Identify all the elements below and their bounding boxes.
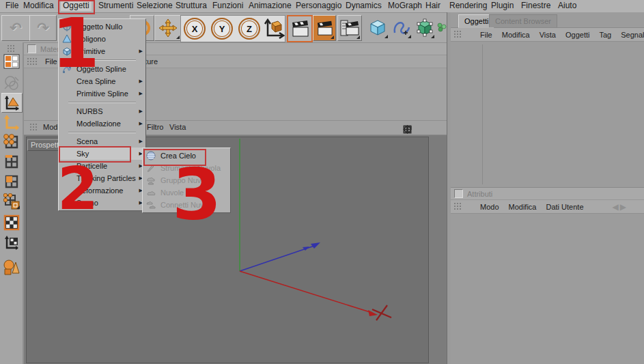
menu-funzioni[interactable]: Funzioni	[210, 1, 245, 11]
menu-item-deformazione[interactable]: Deformazione	[59, 184, 145, 197]
add-cube-button[interactable]	[366, 15, 389, 40]
cube-primitive-icon	[367, 17, 388, 38]
menu-item-sky[interactable]: Sky	[59, 148, 145, 160]
menu-selezione[interactable]: Selezione	[135, 1, 175, 11]
menu-strumenti[interactable]: Strumenti	[96, 1, 135, 11]
object-manager-column-divider	[482, 44, 483, 184]
render-settings-icon	[340, 19, 359, 37]
menu-item-crea-spline[interactable]: Crea Spline	[59, 75, 145, 87]
model-mode-button[interactable]	[1, 93, 23, 113]
submenu-item-crea-cielo[interactable]: Crea Cielo	[143, 150, 230, 162]
menu-item-primitive[interactable]: Primitive	[59, 45, 145, 57]
add-spline-button[interactable]	[391, 15, 412, 40]
submenu-item-strumento-nuvola[interactable]: Strumento Nuvola	[143, 162, 230, 174]
make-editable-button[interactable]	[414, 15, 436, 40]
menu-rendering[interactable]: Rendering	[447, 1, 489, 11]
polygon-mode-button[interactable]	[1, 172, 21, 191]
model-mode-icon	[4, 95, 20, 111]
edge-mode-button[interactable]	[1, 152, 21, 171]
layout-grid-icon	[3, 54, 20, 69]
menu-plugin[interactable]: Plugin	[489, 1, 516, 11]
menu-separator	[59, 57, 145, 63]
world-coordinates-button[interactable]	[1, 74, 21, 92]
tab-content-browser[interactable]: Content Browser	[489, 14, 557, 27]
axis-x-button[interactable]: X	[184, 18, 206, 40]
submenu-item-nuvole[interactable]: Nuvole	[143, 186, 230, 199]
materials-menu-file[interactable]: File	[44, 57, 59, 66]
menu-item-particelle[interactable]: Particelle	[59, 160, 145, 172]
render-settings-button[interactable]	[337, 15, 362, 41]
om-menu-segnali[interactable]: Segnali	[621, 31, 644, 39]
layout-button[interactable]	[1, 52, 21, 70]
attr-menu-modo[interactable]: Modo	[480, 203, 499, 211]
menu-item-modellazione[interactable]: Modellazione	[59, 117, 145, 130]
menu-finestre[interactable]: Finestre	[519, 1, 552, 11]
cloud-icon	[146, 188, 156, 197]
uv-mode-button[interactable]	[1, 192, 21, 210]
object-manager-list[interactable]	[451, 42, 644, 188]
menu-item-primitive-spline[interactable]: Primitive Spline	[59, 87, 145, 100]
submenu-item-connetti-nuvole[interactable]: Connetti Nuvole	[143, 199, 230, 211]
menu-animazione[interactable]: Animazione	[247, 1, 294, 11]
modeling-objects-button[interactable]	[437, 15, 447, 40]
menu-hair[interactable]: Hair	[423, 1, 443, 11]
menu-aiuto[interactable]: Aiuto	[556, 1, 578, 11]
render-to-picture-viewer-button[interactable]	[313, 15, 336, 41]
materials-grip[interactable]	[27, 57, 38, 66]
menu-item-oggetto-nullo[interactable]: Oggetto Nullo	[59, 20, 145, 33]
texture-mode-button[interactable]	[1, 213, 21, 232]
attributes-history-arrows[interactable]: ◀▶	[613, 202, 628, 212]
object-axis-mode-button[interactable]	[1, 113, 21, 131]
menu-item-thinking-particles[interactable]: Thinking Particles	[59, 172, 145, 184]
attributes-title: Attributi	[467, 190, 492, 198]
menu-item-poligono[interactable]: Poligono	[59, 33, 145, 45]
render-view-button[interactable]	[287, 15, 313, 42]
om-menu-modifica[interactable]: Modifica	[502, 31, 530, 39]
redo-icon: ↷	[37, 20, 49, 36]
menu-oggetti[interactable]: Oggetti	[61, 1, 92, 11]
om-menu-vista[interactable]: Vista	[540, 31, 556, 39]
attr-menu-modifica[interactable]: Modifica	[509, 203, 537, 211]
om-menu-file[interactable]: File	[480, 31, 492, 39]
sky-icon	[146, 151, 156, 160]
clapperboard-icon	[291, 20, 309, 38]
redo-button[interactable]: ↷	[29, 15, 57, 41]
menu-item-nurbs[interactable]: NURBS	[59, 105, 145, 117]
mode-tool-column	[0, 42, 23, 364]
undo-button[interactable]: ↶	[1, 15, 30, 41]
attributes-grip[interactable]	[453, 202, 462, 211]
menu-dynamics[interactable]: Dynamics	[344, 1, 384, 11]
viewport-menu-vista[interactable]: Vista	[169, 123, 186, 131]
menu-struttura[interactable]: Struttura	[173, 1, 209, 11]
viewport-maximize-icon[interactable]	[402, 124, 412, 135]
viewport-grip[interactable]	[29, 123, 38, 132]
cloud-connect-icon	[146, 200, 156, 210]
submenu-item-gruppo-nuvole[interactable]: Gruppo Nuvole	[143, 174, 230, 186]
menu-item-scena[interactable]: Scena	[59, 135, 145, 148]
coordinate-system-icon[interactable]	[263, 18, 285, 39]
materials-checkbox[interactable]	[27, 44, 36, 53]
attributes-checkbox[interactable]	[454, 189, 463, 198]
attr-menu-dati-utente[interactable]: Dati Utente	[546, 203, 584, 211]
menu-modifica[interactable]: Modifica	[21, 1, 56, 11]
move-tool-button[interactable]	[154, 15, 182, 41]
polygon-icon	[62, 34, 72, 44]
axis-y-button[interactable]: Y	[211, 18, 233, 40]
menu-item-suono[interactable]: Suono	[59, 197, 145, 209]
object-manager-grip[interactable]	[453, 30, 462, 39]
menu-mograph[interactable]: MoGraph	[386, 1, 424, 11]
cloud-tool-icon	[146, 163, 156, 173]
selection-filter-button[interactable]	[1, 257, 21, 276]
cinema4d-window: File Modifica Oggetti Strumenti Selezion…	[0, 0, 644, 364]
menu-file[interactable]: File	[3, 1, 20, 11]
axis-z-button[interactable]: Z	[238, 18, 260, 40]
menu-item-oggetto-spline[interactable]: Oggetto Spline	[59, 63, 145, 75]
viewport-menu-filtro[interactable]: Filtro	[147, 123, 163, 131]
uv-mode-icon	[3, 193, 20, 210]
menu-personaggio[interactable]: Personaggio	[294, 1, 344, 11]
texture-axis-mode-button[interactable]	[1, 233, 21, 251]
green-primitives-icon	[437, 18, 447, 37]
point-mode-button[interactable]	[1, 132, 21, 151]
om-menu-oggetti[interactable]: Oggetti	[565, 31, 589, 39]
om-menu-tag[interactable]: Tag	[599, 31, 611, 39]
